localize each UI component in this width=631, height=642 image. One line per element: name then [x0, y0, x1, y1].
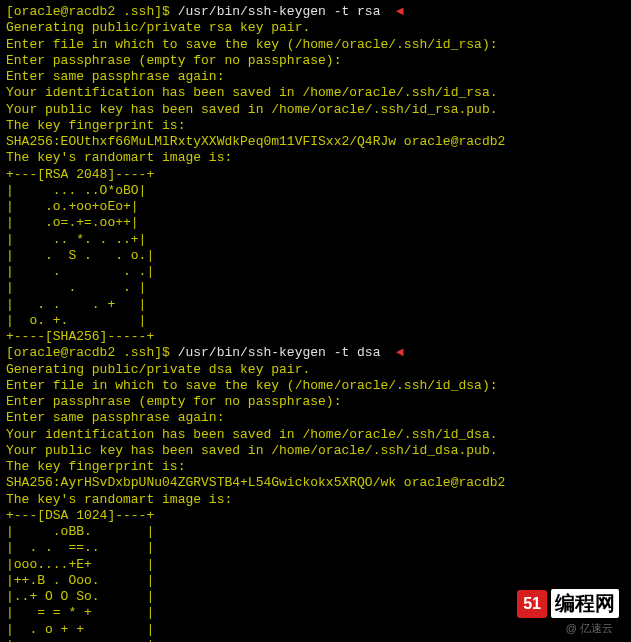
- logo-badge: 51: [517, 590, 547, 618]
- randomart-line: | o. +. |: [6, 313, 625, 329]
- output-line: Your public key has been saved in /home/…: [6, 443, 625, 459]
- output-line: Enter same passphrase again:: [6, 410, 625, 426]
- arrow-icon: ◄: [396, 4, 404, 19]
- output-line: Your identification has been saved in /h…: [6, 85, 625, 101]
- randomart-line: | . . |: [6, 280, 625, 296]
- output-line: Enter passphrase (empty for no passphras…: [6, 53, 625, 69]
- command-dsa: /usr/bin/ssh-keygen -t dsa: [178, 345, 381, 360]
- randomart-line: +---[RSA 2048]----+: [6, 167, 625, 183]
- output-line: Enter file in which to save the key (/ho…: [6, 378, 625, 394]
- randomart-line: | . . .|: [6, 264, 625, 280]
- logo-text: 编程网: [551, 589, 619, 618]
- randomart-line: | ... ..O*oBO|: [6, 183, 625, 199]
- watermark: @ 亿速云: [566, 622, 613, 636]
- output-line: Your public key has been saved in /home/…: [6, 102, 625, 118]
- site-logo: 51 编程网: [517, 589, 619, 618]
- output-line: The key's randomart image is:: [6, 492, 625, 508]
- randomart-line: | . o + + |: [6, 622, 625, 638]
- randomart-line: | .oBB. |: [6, 524, 625, 540]
- randomart-line: +---[DSA 1024]----+: [6, 508, 625, 524]
- randomart-line: | . S . . o.|: [6, 248, 625, 264]
- randomart-line: |++.B . Ooo. |: [6, 573, 625, 589]
- output-line: The key fingerprint is:: [6, 118, 625, 134]
- output-line: Generating public/private dsa key pair.: [6, 362, 625, 378]
- output-line: The key's randomart image is:: [6, 150, 625, 166]
- prompt-line-dsa: [oracle@racdb2 .ssh]$ /usr/bin/ssh-keyge…: [6, 345, 625, 361]
- output-line: Generating public/private rsa key pair.: [6, 20, 625, 36]
- output-line: SHA256:EOUthxf66MuLMlRxtyXXWdkPeq0m11VFI…: [6, 134, 625, 150]
- output-line: SHA256:AyrHSvDxbpUNu04ZGRVSTB4+L54Gwicko…: [6, 475, 625, 491]
- output-line: Enter passphrase (empty for no passphras…: [6, 394, 625, 410]
- randomart-line: | .o=.+=.oo++|: [6, 215, 625, 231]
- randomart-line: | . . ==.. |: [6, 540, 625, 556]
- randomart-line: | . . . + |: [6, 297, 625, 313]
- randomart-line: | . o . |: [6, 638, 625, 642]
- randomart-line: | .. *. . ..+|: [6, 232, 625, 248]
- randomart-line: | .o.+oo+oEo+|: [6, 199, 625, 215]
- output-line: The key fingerprint is:: [6, 459, 625, 475]
- randomart-line: |ooo....+E+ |: [6, 557, 625, 573]
- arrow-icon: ◄: [396, 345, 404, 360]
- shell-prompt: [oracle@racdb2 .ssh]$: [6, 4, 178, 19]
- output-line: Your identification has been saved in /h…: [6, 427, 625, 443]
- prompt-line-rsa: [oracle@racdb2 .ssh]$ /usr/bin/ssh-keyge…: [6, 4, 625, 20]
- randomart-line: +----[SHA256]-----+: [6, 329, 625, 345]
- output-line: Enter same passphrase again:: [6, 69, 625, 85]
- output-line: Enter file in which to save the key (/ho…: [6, 37, 625, 53]
- command-rsa: /usr/bin/ssh-keygen -t rsa: [178, 4, 381, 19]
- shell-prompt: [oracle@racdb2 .ssh]$: [6, 345, 178, 360]
